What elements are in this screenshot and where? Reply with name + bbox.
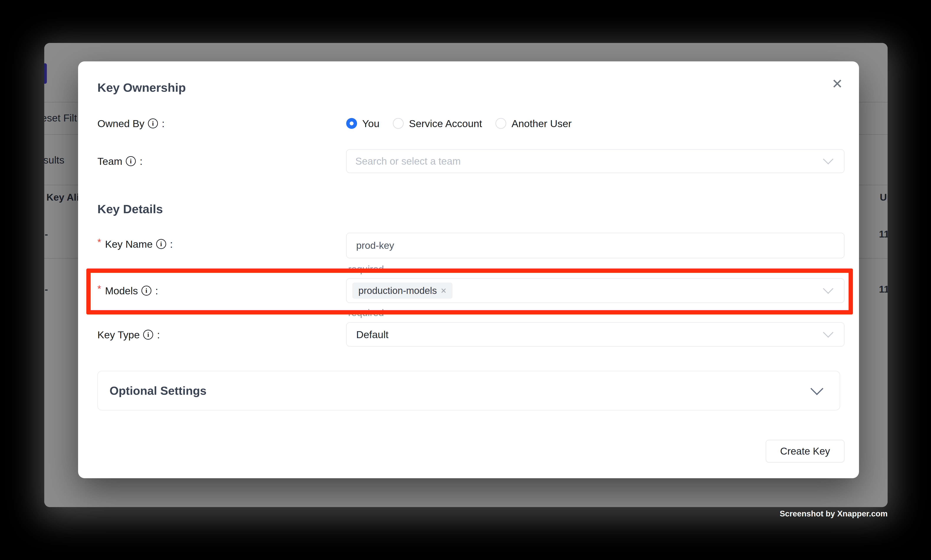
key-type-select[interactable]: Default xyxy=(346,322,845,346)
key-type-label-text: Key Type xyxy=(97,329,140,341)
annotation-highlight-box xyxy=(86,269,853,314)
team-select[interactable] xyxy=(346,149,845,173)
create-key-button[interactable]: Create Key xyxy=(766,440,845,462)
radio-selected-icon[interactable] xyxy=(346,118,357,129)
owned-by-radio-group: You Service Account Another User xyxy=(346,117,572,129)
key-type-label: Key Type i : xyxy=(97,329,160,341)
label-colon: : xyxy=(157,329,160,341)
modal-title: Key Ownership xyxy=(97,80,186,95)
info-icon: i xyxy=(156,239,166,249)
required-asterisk: * xyxy=(97,237,101,248)
radio-option-label[interactable]: Service Account xyxy=(409,118,482,129)
team-label-text: Team xyxy=(97,155,122,167)
key-name-input[interactable] xyxy=(347,240,794,251)
chevron-down-icon[interactable] xyxy=(823,154,833,165)
optional-settings-label: Optional Settings xyxy=(109,384,206,397)
info-icon: i xyxy=(126,156,136,166)
optional-settings-expander[interactable]: Optional Settings xyxy=(97,371,840,410)
label-colon: : xyxy=(140,155,143,167)
key-name-label: * Key Name i : xyxy=(97,238,173,250)
owned-by-label-text: Owned By xyxy=(97,118,145,129)
radio-option-label[interactable]: You xyxy=(362,118,379,129)
label-colon: : xyxy=(170,238,173,250)
radio-option-label[interactable]: Another User xyxy=(511,118,572,129)
info-icon: i xyxy=(143,330,153,340)
radio-option-you[interactable]: You xyxy=(346,118,379,129)
watermark-text: Screenshot by Xnapper.com xyxy=(780,509,888,518)
key-name-field[interactable] xyxy=(346,233,845,258)
key-name-label-text: Key Name xyxy=(105,238,152,250)
radio-option-another-user[interactable]: Another User xyxy=(496,118,572,129)
key-details-heading: Key Details xyxy=(97,202,163,216)
chevron-down-icon[interactable] xyxy=(823,327,833,338)
owned-by-label: Owned By i : xyxy=(97,117,165,129)
team-search-input[interactable] xyxy=(347,155,794,167)
radio-option-service-account[interactable]: Service Account xyxy=(393,118,482,129)
radio-unselected-icon[interactable] xyxy=(393,118,404,129)
team-label: Team i : xyxy=(97,155,143,167)
info-icon: i xyxy=(148,118,158,128)
screenshot-stage: eset Filt sults Key Alia Up - 11/ - 11/ … xyxy=(0,0,931,560)
key-type-selected-value: Default xyxy=(347,329,388,340)
close-icon[interactable]: ✕ xyxy=(826,73,848,95)
label-colon: : xyxy=(162,118,165,129)
chevron-down-icon[interactable] xyxy=(810,382,823,395)
radio-unselected-icon[interactable] xyxy=(496,118,506,129)
